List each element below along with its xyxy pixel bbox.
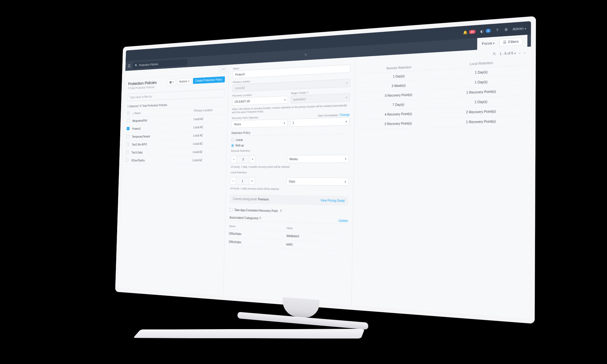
row-name: MirgratetoPhX — [132, 117, 194, 122]
row-location: Local AZ — [192, 158, 223, 162]
row-checkbox[interactable] — [126, 159, 128, 162]
close-icon[interactable]: ✕ — [304, 52, 307, 57]
filters-button[interactable]: ☰Filters — [499, 37, 523, 46]
search-icon: 🔍 — [135, 64, 137, 67]
row-checkbox[interactable] — [127, 135, 129, 138]
tasks-badge[interactable]: ◐ 1 — [480, 28, 491, 34]
select-all-checkbox[interactable] — [127, 111, 130, 115]
keyboard — [133, 329, 365, 339]
target-cluster-select[interactable]: autoselect▾ — [290, 93, 350, 103]
table-row[interactable]: VDIonTheGoLocal AZ — [122, 156, 226, 164]
page-title: Protection Policies — [128, 80, 157, 86]
associated-categories-heading: Associated Categories ? — [229, 216, 261, 220]
actions-dropdown[interactable]: Actions ▾ — [177, 78, 192, 85]
create-policy-button[interactable]: Create Protection Policy — [193, 76, 225, 84]
page-subtitle: 6 Total Protection Policies — [128, 86, 157, 90]
row-location: Local AZ — [193, 142, 223, 145]
retention-rollup-radio[interactable]: Roll-up — [231, 142, 349, 147]
remote-retention-note: 24 hourly, 7 daily, 3 weekly recovery po… — [231, 165, 349, 169]
breadcrumb-search[interactable]: 🔍 Protection Policies — [133, 59, 188, 69]
alerts-badge[interactable]: 🔔 20 — [463, 29, 476, 35]
retention-policy-heading: Retention Policy — [231, 129, 349, 136]
row-name: Tier3-Daily — [131, 150, 193, 154]
local-retention-label: Local Retention — [230, 171, 349, 174]
view-toggle[interactable]: ▦ ▾ — [167, 79, 176, 85]
change-link[interactable]: Change — [339, 113, 350, 117]
col-primary-location[interactable]: Primary Location — [194, 108, 224, 113]
start-immediately-label: Start Immediately Change — [290, 113, 350, 118]
export-icon[interactable]: ⇱ — [493, 52, 496, 56]
retention-row: 4 Recovery Point(s)2 Recovery Point(s) — [359, 106, 525, 120]
alerts-count: 20 — [469, 30, 476, 34]
local-retention-unit[interactable]: Days▾ — [286, 177, 348, 186]
tasks-icon: ◐ — [480, 29, 484, 34]
row-checkbox[interactable] — [126, 143, 129, 146]
favorite-button[interactable]: ☆ ▾ — [219, 66, 226, 72]
help-icon[interactable]: ? — [495, 28, 500, 32]
detail-pane: Name Protect1 Primary Location Local AZ▾… — [223, 57, 356, 305]
bell-icon: 🔔 — [463, 30, 467, 35]
remote-retention-stepper[interactable]: – 3 + — [231, 155, 284, 163]
table-row[interactable]: Tier2-3hr-RPOLocal AZ — [123, 139, 227, 149]
topbar: 🔔 20 ◐ 1 ? ⚙ Admin ▾ — [126, 21, 531, 61]
retention-row: 1 Day(s)1 Day(s) — [360, 65, 525, 83]
table-row[interactable]: Tier3-DailyLocal AZ — [123, 147, 227, 157]
remote-retention-unit[interactable]: Weeks▾ — [287, 155, 349, 163]
breadcrumb: Protection Policies — [139, 62, 158, 67]
left-pane: ☆ ▾ Protection Policies 6 Total Protecti… — [118, 65, 229, 296]
gear-icon[interactable]: ⚙ — [504, 27, 509, 32]
focus-dropdown[interactable]: Focus ▾ — [482, 41, 494, 46]
row-location: Local AZ — [193, 133, 224, 137]
row-name: Protect1 — [132, 126, 193, 130]
row-location: Local AZ — [193, 150, 223, 153]
menu-icon[interactable]: ☰ — [128, 64, 131, 68]
pagination-range[interactable]: 1 - 6 of 6 ▾ — [500, 51, 516, 56]
user-menu[interactable]: Admin ▾ — [513, 26, 526, 31]
right-pane: ⇱ 1 - 6 of 6 ▾ ‹ › Remote Retention Loca… — [351, 47, 531, 319]
tasks-count: 1 — [486, 29, 491, 33]
row-checkbox[interactable] — [127, 127, 129, 130]
local-retention-value: 1 — [236, 177, 249, 185]
row-name: Tier2-3hr-RPO — [132, 142, 193, 146]
prev-page-icon[interactable]: ‹ — [519, 51, 520, 55]
stepper-plus[interactable]: + — [249, 155, 256, 163]
retention-row: 7 Day(s)1 Day(s) — [360, 96, 525, 111]
retention-row: 0 Recovery Point(s)1 Recovery Point(s) — [360, 86, 525, 102]
retention-row: 3 Recovery Point(s)1 Recovery Point(s) — [359, 116, 525, 130]
recovery-location-select[interactable]: US-EAST-1B▾ — [232, 96, 288, 106]
view-pricing-link[interactable]: View Pricing Detail — [320, 199, 345, 203]
row-name: TemporaryTenant — [132, 134, 193, 138]
row-checkbox[interactable] — [126, 150, 129, 154]
remote-retention-value: 3 — [236, 156, 250, 163]
rpo-unit-select[interactable]: Hours▾ — [232, 119, 287, 128]
col-local-retention[interactable]: Local Retention — [439, 59, 525, 68]
filter-input[interactable]: Type name to filter by — [127, 89, 225, 101]
filter-icon: ☰ — [503, 40, 506, 45]
retention-linear-radio[interactable]: Linear — [231, 136, 349, 142]
col-name[interactable]: ▴Name — [133, 109, 194, 115]
app-consistent-checkbox[interactable]: Take App-Consistent Recovery Point ? — [229, 208, 348, 214]
local-retention-stepper[interactable]: – 1 + — [230, 177, 283, 185]
update-categories-link[interactable]: Update — [338, 219, 348, 222]
stepper-minus[interactable]: – — [231, 156, 236, 163]
next-page-icon[interactable]: › — [524, 50, 525, 54]
failover-note: When VMs failover to recovery location, … — [232, 104, 350, 114]
remote-retention-label: Remote Retention — [231, 148, 349, 153]
target-cluster-label: Target Cluster ? — [291, 89, 350, 95]
row-location: Local AZ — [194, 116, 224, 120]
pricing-box: Current pricing level: Premium View Pric… — [230, 194, 348, 206]
row-location: Local AZ — [193, 125, 224, 129]
col-remote-retention[interactable]: Remote Retention — [360, 64, 439, 72]
local-retention-note: 24 hourly, 1 daily recovery points will … — [230, 187, 348, 192]
rpo-value-input[interactable]: 1▾ — [290, 117, 350, 127]
retention-row: 3 Week(s)1 Day(s) — [360, 76, 525, 93]
stepper-minus[interactable]: – — [230, 177, 236, 185]
row-name: VDIonTheGo — [131, 159, 192, 162]
stepper-plus[interactable]: + — [249, 177, 255, 185]
row-checkbox[interactable] — [127, 119, 130, 122]
